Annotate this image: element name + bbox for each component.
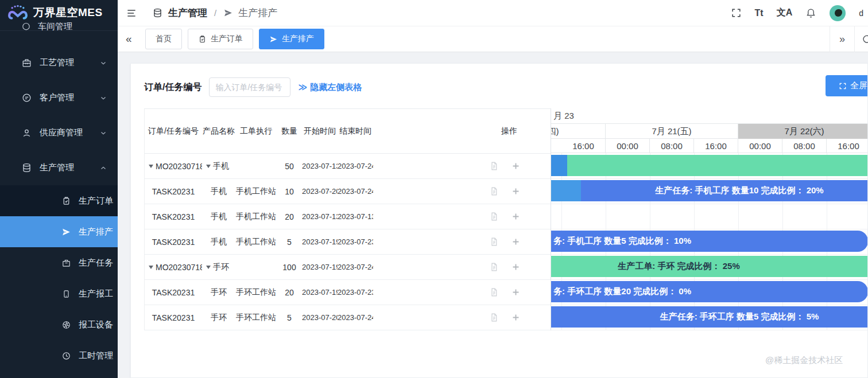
code-text: TASK20231 — [152, 313, 195, 322]
plus-icon[interactable] — [511, 237, 521, 247]
gantt-bar[interactable] — [551, 155, 868, 176]
document-icon[interactable] — [489, 186, 499, 196]
table-row[interactable]: MO20230718(手环1002023-07-192023-07-24 — [145, 255, 551, 280]
product-text: 手机 — [211, 212, 227, 221]
order-task-search-input[interactable] — [209, 77, 290, 97]
document-icon[interactable] — [489, 212, 499, 221]
sidebar-item-production-mgmt[interactable]: 生产管理 — [0, 150, 118, 185]
document-icon[interactable] — [489, 287, 499, 297]
table-row[interactable]: TASK20231手环手环工作站52023-07-202023-07-24 — [145, 305, 551, 330]
tab-production-order[interactable]: 生产订单 — [188, 29, 253, 49]
breadcrumb: 生产管理 / 生产排产 — [152, 6, 277, 20]
gantt-day-cell: 7月 20(四) — [551, 124, 606, 139]
font-size-tool[interactable]: Tt — [755, 8, 764, 18]
cell-product: 手环 — [202, 313, 235, 323]
table-row[interactable]: MO20230718(手机502023-07-132023-07-24 — [145, 154, 551, 179]
language-tool[interactable]: 文A — [777, 7, 793, 19]
fullscreen-icon[interactable] — [731, 7, 742, 18]
hamburger-icon[interactable] — [126, 7, 137, 19]
cell-end: 2023-07-24 — [338, 263, 373, 271]
bell-icon[interactable] — [805, 7, 816, 18]
toolbox-icon — [21, 57, 32, 68]
sidebar-item-label: 工艺管理 — [40, 57, 74, 68]
tabs-more-icon[interactable]: » — [830, 26, 854, 52]
table-row[interactable]: TASK20231手机手机工作站202023-07-132023-07-13 — [145, 204, 551, 229]
cell-start: 2023-07-13 — [302, 162, 338, 170]
database-icon — [152, 7, 163, 18]
clipboard-icon — [198, 35, 207, 44]
cell-end: 2023-07-24 — [338, 187, 373, 196]
sidebar-item-clipped[interactable]: 车间管理 — [0, 21, 118, 31]
cell-code: TASK20231 — [145, 212, 202, 221]
document-icon[interactable] — [489, 161, 499, 171]
sidebar-item-production-report[interactable]: 生产报工 — [0, 278, 118, 309]
send-icon — [223, 8, 233, 18]
cell-actions — [373, 313, 551, 322]
column-header: 工单执行 — [235, 126, 277, 137]
caret-down-icon[interactable] — [149, 165, 153, 168]
gantt-bar[interactable]: 生产任务: 手环工序 数量5 完成比例： 5% — [551, 306, 868, 328]
sidebar-item-label: 生产报工 — [79, 289, 113, 299]
sidebar-item-supplier-mgmt[interactable]: 供应商管理 — [0, 115, 118, 150]
product-text: 手机 — [213, 161, 229, 172]
plus-icon[interactable] — [511, 313, 521, 322]
sidebar-item-label: 供应商管理 — [40, 127, 83, 138]
plus-icon[interactable] — [511, 287, 521, 297]
hide-left-table-link[interactable]: ≫ 隐藏左侧表格 — [298, 82, 362, 93]
product-text: 手机 — [211, 186, 227, 196]
cell-end: 2023-07-23 — [338, 237, 373, 246]
cell-product: 手环 — [202, 262, 235, 272]
document-icon[interactable] — [489, 237, 499, 247]
gantt-bar[interactable]: 生产工单: 手环 完成比例： 25% — [551, 256, 868, 277]
refresh-icon[interactable] — [854, 26, 868, 52]
caret-down-icon[interactable] — [206, 165, 211, 168]
plus-icon[interactable] — [511, 212, 521, 221]
tabs-collapse-icon[interactable]: « — [126, 33, 138, 45]
fullscreen-button[interactable]: 全屏 — [826, 75, 868, 96]
sidebar-item-production-task[interactable]: 生产任务 — [0, 247, 118, 278]
code-text: MO20230718( — [156, 162, 202, 171]
grid-line — [551, 178, 868, 179]
caret-down-icon[interactable] — [206, 266, 211, 269]
sidebar-item-production-schedule[interactable]: 生产排产 — [0, 216, 118, 247]
topbar: 生产管理 / 生产排产 Tt 文A d — [118, 0, 868, 26]
cell-product: 手环 — [202, 287, 235, 298]
caret-down-icon[interactable] — [149, 266, 153, 269]
tab-label: 生产排产 — [282, 34, 314, 44]
document-icon[interactable] — [489, 262, 499, 272]
gantt-bar[interactable]: 务: 手机工序 数量5 完成比例： 10% — [551, 231, 868, 252]
logo-icon — [7, 3, 28, 22]
sidebar-item-work-hours[interactable]: 工时管理 — [0, 340, 118, 371]
cell-station: 手机工作站 — [235, 186, 277, 197]
cell-start: 2023-07-20 — [302, 313, 338, 322]
breadcrumb-section[interactable]: 生产管理 — [168, 6, 207, 20]
gantt-bar[interactable]: 务: 手环工序 数量20 完成比例： 0% — [551, 281, 868, 302]
gantt-bar-label: 务: 手环工序 数量20 完成比例： 0% — [551, 286, 868, 297]
plus-icon[interactable] — [511, 161, 521, 171]
document-icon[interactable] — [489, 313, 499, 322]
filter-label: 订单/任务编号 — [144, 81, 202, 93]
tablet-icon — [61, 289, 71, 299]
tab-production-schedule[interactable]: 生产排产 — [259, 29, 324, 49]
sidebar-item-customer-mgmt[interactable]: 客户管理 — [0, 80, 118, 115]
username[interactable]: d — [859, 9, 863, 18]
gantt-body: 生产任务: 手机工序 数量10 完成比例： 20%务: 手机工序 数量5 完成比… — [551, 153, 868, 330]
table-row[interactable]: TASK20231手机手机工作站102023-07-202023-07-24 — [145, 179, 551, 204]
sidebar-item-production-order[interactable]: 生产订单 — [0, 185, 118, 216]
gantt-bar[interactable]: 生产任务: 手机工序 数量10 完成比例： 20% — [551, 180, 868, 201]
gantt-hour-cell: 08:00 — [650, 139, 694, 153]
gantt-week-label: 月 23 — [553, 111, 574, 122]
column-header: 操作 — [373, 126, 551, 137]
tab-home[interactable]: 首页 — [145, 29, 182, 49]
grid-line — [551, 330, 868, 330]
sidebar-item-process-mgmt[interactable]: 工艺管理 — [0, 45, 118, 80]
plus-icon[interactable] — [511, 186, 521, 196]
avatar[interactable] — [830, 5, 846, 21]
plus-icon[interactable] — [511, 262, 521, 272]
tabbar: « 首页生产订单生产排产 » — [118, 26, 868, 52]
app-title: 万界星空MES — [33, 5, 103, 20]
sidebar-item-report-device[interactable]: 报工设备 — [0, 309, 118, 340]
grid-wrap: 订单/任务编号产品名称工单执行数量开始时间结束时间操作 MO20230718(手… — [144, 108, 868, 330]
table-row[interactable]: TASK20231手环手环工作站202023-07-192023-07-23 — [145, 280, 551, 305]
table-row[interactable]: TASK20231手机手机工作站52023-07-192023-07-23 — [145, 229, 551, 255]
